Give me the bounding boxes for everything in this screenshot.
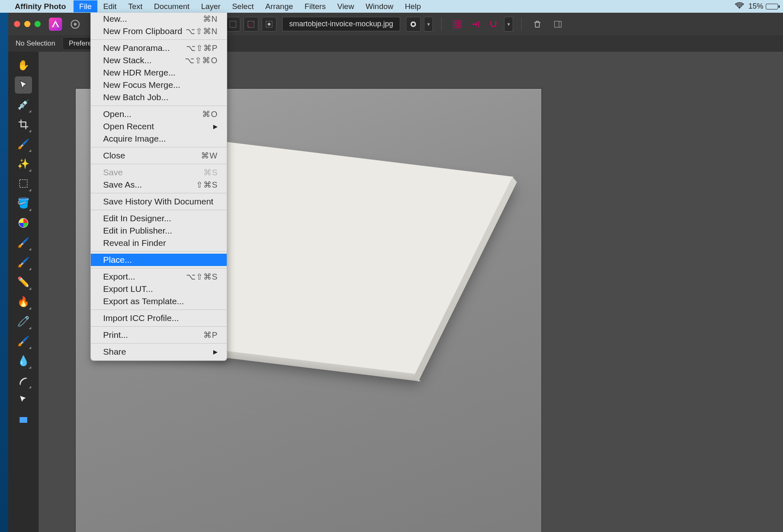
- quick-mask-icon[interactable]: [262, 17, 276, 32]
- battery-percent-label: 15%: [748, 2, 763, 11]
- paint-mixer-brush-tool[interactable]: 🖌️: [15, 254, 32, 271]
- menu-item-label: New...: [103, 14, 127, 24]
- menu-edit[interactable]: Edit: [97, 0, 122, 12]
- menu-item-new-panorama[interactable]: New Panorama...⌥⇧⌘P: [91, 42, 227, 54]
- flood-fill-tool[interactable]: 🪣: [15, 195, 32, 212]
- mac-menubar: Affinity Photo FileEditTextDocumentLayer…: [0, 0, 783, 13]
- menu-separator: [91, 39, 227, 40]
- tool-submenu-indicator: [29, 346, 31, 349]
- minimize-window-button[interactable]: [24, 21, 30, 27]
- close-window-button[interactable]: [14, 21, 20, 27]
- tools-panel: ✋💉🖌️✨🪣🖌️🖌️✏️🔥🧷🖌️💧: [8, 52, 39, 532]
- paint-brush-tool[interactable]: 🖌️: [15, 234, 32, 251]
- menu-file[interactable]: File: [74, 0, 98, 12]
- menu-item-new-from-clipboard[interactable]: New From Clipboard⌥⇧⌘N: [91, 25, 227, 37]
- menu-item-label: Export...: [103, 272, 135, 282]
- node-tool[interactable]: [15, 392, 32, 409]
- selection-brush-tool[interactable]: 🖌️: [15, 135, 32, 153]
- menu-item-new-batch-job[interactable]: New Batch Job...: [91, 91, 227, 103]
- menu-item-export[interactable]: Export...⌥⇧⌘S: [91, 271, 227, 283]
- menu-item-reveal-in-finder[interactable]: Reveal in Finder: [91, 237, 227, 249]
- menu-item-edit-in-designer[interactable]: Edit In Designer...: [91, 212, 227, 225]
- tool-submenu-indicator: [29, 386, 31, 388]
- menu-item-label: New Stack...: [103, 55, 152, 65]
- menu-item-open-recent[interactable]: Open Recent▶: [91, 120, 227, 133]
- stamp-tool[interactable]: 🧷: [15, 313, 32, 330]
- app-name[interactable]: Affinity Photo: [15, 2, 66, 11]
- menu-separator: [91, 310, 227, 310]
- marquee-tool[interactable]: [15, 175, 32, 192]
- svg-point-3: [74, 23, 77, 25]
- menu-item-import-icc-profile[interactable]: Import ICC Profile...: [91, 312, 227, 324]
- target-layer-icon[interactable]: [406, 17, 421, 32]
- tool-submenu-indicator: [29, 169, 31, 172]
- grid-toggle-icon[interactable]: [450, 17, 465, 32]
- menu-item-open[interactable]: Open...⌘O: [91, 108, 227, 120]
- menu-item-share[interactable]: Share▶: [91, 346, 227, 358]
- wifi-icon[interactable]: [735, 2, 744, 11]
- blur-tool[interactable]: 💧: [15, 352, 32, 369]
- color-wheel-tool[interactable]: [15, 214, 32, 232]
- menu-view[interactable]: View: [332, 0, 360, 12]
- menu-document[interactable]: Document: [148, 0, 196, 12]
- healing-brush-tool[interactable]: 🖌️: [15, 332, 32, 350]
- selection-subtract-icon[interactable]: [244, 17, 258, 32]
- menu-separator: [91, 147, 227, 147]
- menu-item-save-as[interactable]: Save As...⇧⌘S: [91, 179, 227, 191]
- menu-separator: [91, 326, 227, 327]
- menu-item-label: Reveal in Finder: [103, 238, 166, 248]
- menu-layer[interactable]: Layer: [195, 0, 226, 12]
- tool-submenu-indicator: [29, 110, 31, 112]
- menu-shortcut: ⌘S: [203, 167, 218, 177]
- snap-align-icon[interactable]: [468, 17, 483, 32]
- rectangle-tool[interactable]: [15, 411, 32, 429]
- menu-separator: [91, 105, 227, 106]
- panels-toggle-icon[interactable]: [550, 17, 565, 32]
- burn-tool[interactable]: 🔥: [15, 293, 32, 310]
- menu-item-export-as-template[interactable]: Export as Template...: [91, 295, 227, 307]
- menu-item-label: New Batch Job...: [103, 92, 168, 102]
- menu-shortcut: ⌥⇧⌘N: [186, 26, 218, 36]
- snapping-toggle-icon[interactable]: [486, 17, 501, 32]
- menu-item-new-hdr-merge[interactable]: New HDR Merge...: [91, 66, 227, 79]
- menu-item-acquire-image[interactable]: Acquire Image...: [91, 133, 227, 145]
- target-dropdown[interactable]: ▼: [424, 17, 433, 32]
- menu-shortcut: ⌘O: [202, 109, 218, 119]
- menu-item-label: Export as Template...: [103, 296, 184, 306]
- menu-item-label: Place...: [103, 255, 132, 265]
- zoom-window-button[interactable]: [35, 21, 41, 27]
- selection-mode-icon[interactable]: [226, 17, 240, 32]
- menu-item-close[interactable]: Close⌘W: [91, 149, 227, 162]
- pencil-tool[interactable]: ✏️: [15, 273, 32, 291]
- move-tool[interactable]: [15, 76, 32, 94]
- menu-item-label: Share: [103, 347, 126, 357]
- menu-item-export-lut[interactable]: Export LUT...: [91, 283, 227, 295]
- menu-separator: [91, 343, 227, 344]
- menu-filters[interactable]: Filters: [299, 0, 332, 12]
- menu-item-edit-in-publisher[interactable]: Edit in Publisher...: [91, 225, 227, 237]
- menu-item-new-stack[interactable]: New Stack...⌥⇧⌘O: [91, 54, 227, 66]
- svg-rect-11: [555, 21, 562, 27]
- hand-tool[interactable]: ✋: [15, 57, 32, 74]
- snapping-dropdown[interactable]: ▼: [504, 17, 513, 32]
- tool-submenu-indicator: [29, 130, 31, 132]
- trash-icon[interactable]: [530, 17, 545, 32]
- menu-select[interactable]: Select: [226, 0, 260, 12]
- menu-item-save-history-with-document[interactable]: Save History With Document: [91, 195, 227, 208]
- menu-item-new-focus-merge[interactable]: New Focus Merge...: [91, 79, 227, 91]
- menu-item-print[interactable]: Print...⌘P: [91, 329, 227, 341]
- document-title[interactable]: smartobject-invoice-mockup.jpg: [282, 17, 400, 31]
- menu-shortcut: ⌘W: [201, 151, 218, 161]
- pen-tool[interactable]: [15, 372, 32, 389]
- menu-item-place[interactable]: Place...: [91, 254, 227, 266]
- battery-indicator[interactable]: 15%: [748, 2, 778, 11]
- color-picker-tool[interactable]: 💉: [15, 96, 32, 113]
- menu-text[interactable]: Text: [122, 0, 148, 12]
- menu-help[interactable]: Help: [399, 0, 426, 12]
- menu-item-new[interactable]: New...⌘N: [91, 13, 227, 25]
- magic-wand-tool[interactable]: ✨: [15, 155, 32, 172]
- menu-window[interactable]: Window: [360, 0, 399, 12]
- menu-arrange[interactable]: Arrange: [260, 0, 299, 12]
- persona-photo-icon[interactable]: [68, 17, 83, 32]
- crop-tool[interactable]: [15, 116, 32, 133]
